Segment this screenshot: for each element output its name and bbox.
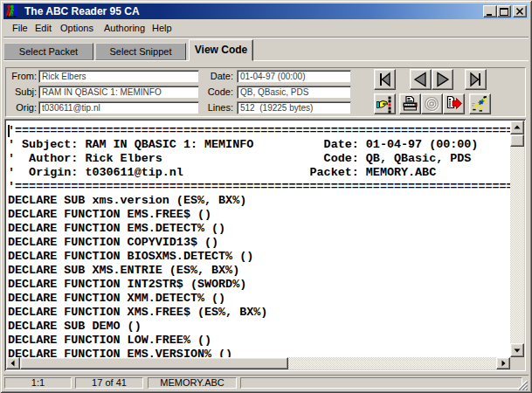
print-icon — [400, 94, 420, 114]
code-line: '=======================================… — [8, 180, 510, 194]
tab-select-snippet[interactable]: Select Snippet — [95, 43, 186, 60]
scroll-right-button[interactable] — [496, 357, 510, 369]
status-cursor-position: 1:1 — [4, 377, 72, 389]
scroll-down-button[interactable] — [510, 343, 524, 357]
minimize-icon — [484, 6, 496, 17]
status-snippet-index: 17 of 41 — [75, 377, 143, 389]
code-line: DECLARE FUNCTION XMM.DETECT% () — [8, 292, 510, 306]
scrollbar-corner — [510, 357, 524, 369]
lines-field[interactable]: 512 (19225 bytes) — [237, 101, 351, 114]
maximize-button[interactable] — [497, 5, 511, 17]
window-title: The ABC Reader 95 CA — [24, 3, 140, 19]
last-snippet-button[interactable] — [465, 69, 487, 90]
previous-snippet-icon — [411, 70, 431, 89]
scroll-left-button[interactable] — [6, 357, 20, 369]
status-extra-panel — [240, 377, 522, 389]
code-line: DECLARE FUNCTION LOW.FREE% () — [8, 334, 510, 348]
first-snippet-icon — [375, 70, 395, 89]
code-line: ' Author: Rick Elbers Code: QB, QBasic, … — [8, 152, 510, 166]
goto-snippet-button[interactable] — [374, 93, 396, 114]
app-icon — [5, 4, 19, 18]
next-snippet-button[interactable] — [432, 69, 453, 90]
export-button[interactable] — [443, 93, 465, 114]
horizontal-scroll-thumb[interactable] — [20, 357, 288, 369]
close-icon — [514, 6, 526, 17]
first-snippet-button[interactable] — [374, 69, 396, 90]
menu-separator — [3, 37, 529, 38]
print-button[interactable] — [399, 93, 421, 114]
code-line: DECLARE FUNCTION EMS.VERSION% () — [8, 348, 510, 357]
maximize-icon — [498, 6, 510, 17]
vertical-scrollbar[interactable] — [510, 121, 524, 357]
menu-file[interactable]: File — [12, 20, 28, 37]
code-view: '=======================================… — [4, 119, 526, 371]
target-icon — [422, 94, 442, 114]
snippet-header-panel: From: Rick Elbers Subj: RAM IN QBASIC 1:… — [5, 67, 526, 117]
code-line: '=======================================… — [8, 124, 510, 138]
subj-field[interactable]: RAM IN QBASIC 1: MEMINFO — [38, 86, 199, 99]
menu-bar: File Edit Options Authoring Help — [3, 20, 529, 37]
menu-edit[interactable]: Edit — [35, 20, 52, 37]
code-line: DECLARE FUNCTION COPYVID13$ () — [8, 236, 510, 250]
code-line: DECLARE FUNCTION BIOSXMS.DETECT% () — [8, 250, 510, 264]
title-bar[interactable]: The ABC Reader 95 CA — [3, 3, 529, 19]
arrow-down-icon — [511, 344, 523, 356]
code-lines: '=======================================… — [8, 124, 510, 357]
scroll-up-button[interactable] — [510, 121, 524, 134]
previous-snippet-button[interactable] — [410, 69, 432, 90]
goto-snippet-icon — [375, 94, 395, 114]
code-line: DECLARE FUNCTION INT2STR$ (SWORD%) — [8, 278, 510, 292]
menu-help[interactable]: Help — [152, 20, 172, 37]
arrow-up-icon — [511, 121, 523, 134]
target-button[interactable] — [421, 93, 443, 114]
arrow-right-icon — [497, 358, 509, 369]
last-snippet-icon — [466, 70, 486, 89]
date-label: Date: — [178, 70, 233, 83]
menu-options[interactable]: Options — [60, 20, 93, 37]
resize-grip[interactable] — [515, 378, 528, 390]
tab-view-code[interactable]: View Code — [189, 39, 253, 61]
date-field[interactable]: 01-04-97 (00:00) — [237, 70, 351, 83]
code-field[interactable]: QB, QBasic, PDS — [237, 86, 351, 99]
menu-authoring[interactable]: Authoring — [104, 20, 145, 37]
run-icon — [470, 94, 490, 114]
orig-label: Orig: — [8, 101, 37, 114]
code-line: DECLARE SUB DEMO () — [8, 320, 510, 334]
code-label: Code: — [178, 86, 233, 99]
status-bar: 1:1 17 of 41 MEMORY.ABC — [3, 375, 529, 390]
minimize-button[interactable] — [483, 5, 497, 17]
from-field[interactable]: Rick Elbers — [38, 70, 199, 83]
code-line: DECLARE FUNCTION EMS.DETECT% () — [8, 222, 510, 236]
status-packet-name: MEMORY.ABC — [148, 377, 237, 389]
code-line: ' Origin: t030611@tip.nl Packet: MEMORY.… — [8, 166, 510, 180]
from-label: From: — [8, 70, 37, 83]
lines-label: Lines: — [178, 101, 233, 114]
code-line: DECLARE SUB xms.version (ES%, BX%) — [8, 194, 510, 208]
code-line: DECLARE FUNCTION XMS.FREE$ (ES%, BX%) — [8, 306, 510, 320]
vertical-scroll-thumb[interactable] — [510, 134, 524, 147]
tab-select-packet[interactable]: Select Packet — [3, 43, 93, 60]
code-text-area[interactable]: '=======================================… — [6, 121, 510, 357]
code-line: DECLARE SUB XMS.ENTRIE (ES%, BX%) — [8, 264, 510, 278]
arrow-left-icon — [7, 358, 19, 369]
text-caret — [8, 125, 10, 137]
orig-field[interactable]: t030611@tip.nl — [38, 101, 199, 114]
code-line: ' Subject: RAM IN QBASIC 1: MEMINFO Date… — [8, 138, 510, 152]
code-line: DECLARE FUNCTION EMS.FREE$ () — [8, 208, 510, 222]
next-snippet-icon — [432, 70, 453, 89]
app-window: The ABC Reader 95 CA File Edit Options A… — [0, 0, 532, 393]
subj-label: Subj: — [8, 86, 37, 99]
export-icon — [444, 94, 464, 114]
run-button[interactable] — [469, 93, 491, 114]
horizontal-scrollbar[interactable] — [6, 357, 510, 369]
close-button[interactable] — [513, 5, 527, 17]
tab-page-edge — [3, 60, 529, 61]
